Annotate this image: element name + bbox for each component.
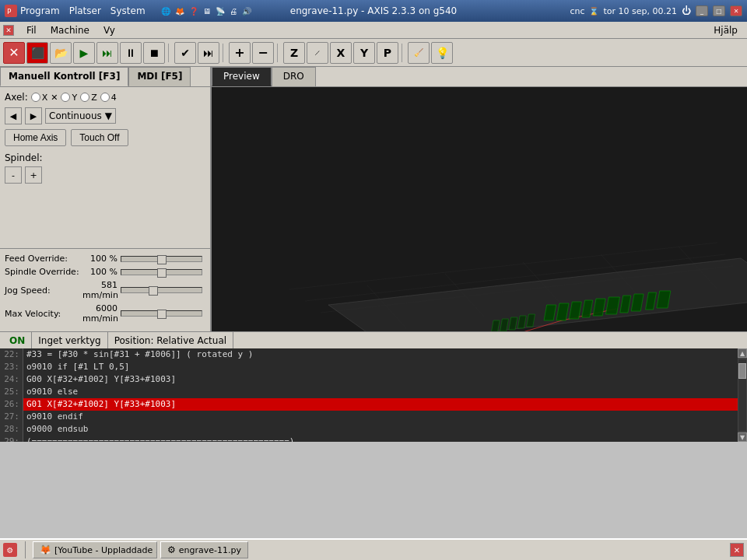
feed-override-track[interactable] [121, 256, 202, 262]
clear-btn[interactable]: 🧹 [408, 42, 430, 64]
motion-mode-dropdown[interactable]: Continuous ▼ [45, 108, 116, 124]
line-num-25: 25: [0, 386, 23, 398]
spindle-override-value: 100 % [82, 267, 117, 277]
menu-fil[interactable]: Fil [20, 23, 43, 37]
tab-manuell[interactable]: Manuell Kontroll [F3] [0, 67, 128, 86]
touch-off-button[interactable]: Touch Off [71, 129, 128, 146]
datetime: tor 10 sep, 00.21 [603, 6, 677, 16]
left-content: Axel: X ✕ Y Z 4 ◀ ▶ C [0, 87, 210, 248]
stop2-btn[interactable]: ⏹ [143, 42, 165, 64]
preview-canvas[interactable]: X: 85.562 ⟺ Y: 53.097 ⟺ Z: -0.254 ⟺ Vel: [212, 87, 747, 331]
verify-btn[interactable]: ✔ [174, 42, 196, 64]
preview-svg: 66.6 -0.31 -2.4 9.22 [212, 87, 747, 331]
maximize-button[interactable]: □ [713, 5, 725, 16]
dropdown-arrow: ▼ [105, 110, 112, 121]
max-velocity-track[interactable] [121, 310, 202, 317]
jog-speed-track[interactable] [121, 287, 202, 293]
home-axis-button[interactable]: Home Axis [5, 129, 66, 146]
axis-4-radio[interactable] [100, 93, 110, 102]
run-btn[interactable]: ▶ [73, 42, 95, 64]
spindle-override-track[interactable] [121, 269, 202, 275]
line-num-26: 26: [0, 398, 23, 411]
code-line-29: (=======================================… [23, 436, 738, 442]
firefox-icon: 🦊 [175, 7, 184, 16]
minimize-button[interactable]: _ [696, 5, 708, 16]
sound-icon: 🔊 [242, 7, 251, 16]
taskbar-firefox[interactable]: 🦊 [YouTube - Uppladdade ... [33, 541, 157, 558]
spindle-override-row: Spindle Override: 100 % [5, 267, 205, 277]
separator-3 [277, 44, 280, 62]
code-scrollbar[interactable]: ▲ ▼ [738, 348, 747, 442]
diag-btn[interactable]: ⟋ [307, 42, 328, 64]
scroll-track[interactable] [738, 359, 746, 431]
x-axis-btn[interactable]: X [330, 42, 352, 64]
code-line-25: o9010 else [23, 386, 738, 398]
open-btn[interactable]: 📂 [50, 42, 72, 64]
spindle-minus-btn[interactable]: - [5, 166, 22, 184]
hjalp-menu[interactable]: Hjälp [707, 23, 744, 37]
taskbar-engrave[interactable]: ⚙ engrave-11.py [160, 541, 248, 558]
step-forward-btn[interactable]: ⏭ [96, 42, 118, 64]
scroll-down-arrow[interactable]: ▼ [738, 432, 747, 442]
menu-system[interactable]: System [110, 5, 146, 16]
engrave-taskbar-label: engrave-11.py [179, 545, 241, 555]
axis-y-radio[interactable] [61, 93, 70, 102]
p-btn[interactable]: P [377, 42, 398, 64]
close-window-button[interactable]: ✕ [730, 5, 742, 16]
code-area: 22: 23: 24: 25: 26: 27: 28: 29: 30: #33 … [0, 348, 747, 442]
menu-close[interactable]: ✕ [3, 25, 14, 36]
preview-tabs: Preview DRO [212, 67, 747, 87]
stop-btn[interactable]: ⬛ [26, 42, 48, 64]
axis-y-label: Y [72, 93, 77, 103]
taskbar-icon-1: ⚙ [3, 543, 17, 557]
code-content[interactable]: #33 = [#30 * sin[#31 + #1006]] ( rotated… [23, 348, 738, 442]
axis-z-radio[interactable] [80, 93, 89, 102]
jog-right-btn[interactable]: ▶ [25, 107, 42, 124]
left-panel: Manuell Kontroll [F3] MDI [F5] Axel: X ✕… [0, 67, 212, 331]
tab-preview[interactable]: Preview [212, 67, 272, 86]
tab-dro[interactable]: DRO [272, 67, 316, 86]
code-line-27: o9010 endif [23, 411, 738, 423]
panel-tabs: Manuell Kontroll [F3] MDI [F5] [0, 67, 210, 87]
plus-btn[interactable]: + [229, 42, 251, 64]
line-num-24: 24: [0, 373, 23, 386]
line-num-28: 28: [0, 423, 23, 436]
menu-program[interactable]: Program [20, 5, 60, 16]
position-status: Position: Relative Actual [108, 332, 233, 348]
motion-mode-value: Continuous [49, 110, 102, 121]
z-axis-btn[interactable]: Z [283, 42, 305, 64]
axis-x-radio[interactable] [31, 93, 40, 102]
close-btn[interactable]: ✕ [3, 42, 25, 64]
y-axis-btn[interactable]: Y [353, 42, 375, 64]
network2-icon: 📡 [216, 7, 225, 16]
menu-machine[interactable]: Machine [44, 23, 96, 37]
taskbar-separator-1 [25, 541, 28, 558]
jog-left-btn[interactable]: ◀ [5, 107, 22, 124]
axis-z-label: Z [91, 93, 97, 103]
main-area: Manuell Kontroll [F3] MDI [F5] Axel: X ✕… [0, 67, 747, 331]
taskbar-right: ✕ [730, 543, 744, 557]
toolbar: ✕ ⬛ 📂 ▶ ⏭ ⏸ ⏹ ✔ ⏭ + − Z ⟋ X Y P 🧹 💡 [0, 39, 747, 67]
tab-mdi[interactable]: MDI [F5] [128, 67, 191, 86]
home-touch-row: Home Axis Touch Off [5, 129, 205, 146]
feed-override-label: Feed Override: [5, 254, 82, 264]
menu-vy[interactable]: Vy [97, 23, 121, 37]
scroll-up-arrow[interactable]: ▲ [738, 348, 747, 358]
minus-btn[interactable]: − [252, 42, 274, 64]
engrave-taskbar-icon: ⚙ [167, 544, 176, 555]
sliders-panel: Feed Override: 100 % Spindle Override: 1… [0, 248, 210, 331]
monitor-icon: 🖥 [203, 7, 211, 16]
max-velocity-row: Max Velocity: 6000 mm/min [5, 303, 205, 324]
code-line-24: G00 X[#32+#1002] Y[#33+#1003] [23, 373, 738, 386]
skip-btn[interactable]: ⏭ [198, 42, 219, 64]
menu-platser[interactable]: Platser [69, 5, 101, 16]
scroll-thumb[interactable] [738, 363, 746, 379]
taskbar-close-btn[interactable]: ✕ [730, 543, 744, 557]
line-num-22: 22: [0, 348, 23, 361]
pause-btn[interactable]: ⏸ [120, 42, 142, 64]
machine-on-status: ON [3, 332, 32, 348]
lamp-btn[interactable]: 💡 [431, 42, 453, 64]
spindle-plus-btn[interactable]: + [25, 166, 42, 184]
window-title: engrave-11.py - AXIS 2.3.3 on g540 [290, 5, 458, 16]
help-icon-tray: ❓ [189, 7, 198, 16]
